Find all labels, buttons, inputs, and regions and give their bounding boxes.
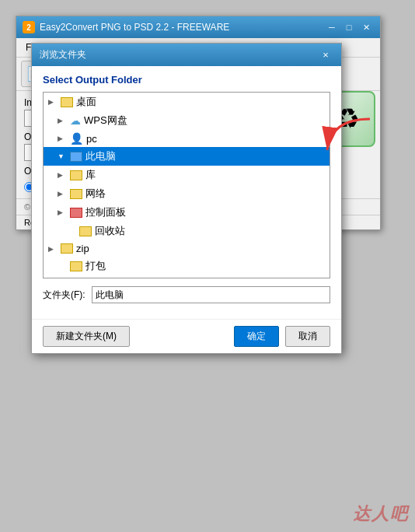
chevron-icon: ▼ <box>58 152 67 160</box>
chevron-icon: ▶ <box>58 171 67 179</box>
chevron-icon: ▶ <box>58 117 67 124</box>
ok-button[interactable]: 确定 <box>234 326 279 347</box>
filename-input[interactable] <box>92 286 330 303</box>
tree-item-this-pc[interactable]: ▼ 此电脑 <box>44 147 330 166</box>
folder-tree[interactable]: ▶ 桌面 ▶ ☁ WPS网盘 ▶ 👤 pc ▼ 此电脑 <box>43 92 330 278</box>
tree-item-screenshot[interactable]: 截图 <box>44 275 330 278</box>
tree-item-label: 此电脑 <box>85 149 116 163</box>
folder-icon-blue <box>70 152 82 162</box>
dialog-heading: Select Output Folder <box>43 74 330 86</box>
close-button[interactable]: ✕ <box>358 21 374 33</box>
dialog-title: 浏览文件夹 <box>40 48 86 61</box>
tree-item-control-panel[interactable]: ▶ 控制面板 <box>44 203 330 222</box>
tree-item-desktop[interactable]: ▶ 桌面 <box>44 93 330 111</box>
app-title: Easy2Convert PNG to PSD 2.2 - FREEWARE <box>40 22 229 33</box>
tree-item-label: 控制面板 <box>85 205 126 219</box>
filename-label: 文件夹(F): <box>43 289 85 302</box>
chevron-icon: ▶ <box>58 208 67 216</box>
cancel-button[interactable]: 取消 <box>285 326 330 347</box>
tree-item-label: zip <box>76 243 89 254</box>
tree-item-zip[interactable]: ▶ zip <box>44 240 330 257</box>
folder-icon <box>70 189 82 199</box>
chevron-icon: ▶ <box>58 190 67 198</box>
watermark: 达人吧 <box>353 502 409 526</box>
tree-item-wps[interactable]: ▶ ☁ WPS网盘 <box>44 111 330 130</box>
folder-icon <box>61 97 73 107</box>
chevron-icon: ▶ <box>48 245 58 253</box>
browse-folder-dialog: 浏览文件夹 × Select Output Folder ▶ 桌面 ▶ ☁ WP… <box>31 43 342 354</box>
tree-item-pc[interactable]: ▶ 👤 pc <box>44 130 330 147</box>
minimize-button[interactable]: ─ <box>324 21 340 33</box>
chevron-icon: ▶ <box>58 135 67 142</box>
tree-item-label: WPS网盘 <box>84 114 127 128</box>
filename-row: 文件夹(F): <box>43 286 330 303</box>
tree-item-label: 库 <box>85 168 96 182</box>
folder-icon-red <box>70 208 82 218</box>
chevron-icon: ▶ <box>48 98 58 106</box>
tree-item-label: 回收站 <box>95 224 125 238</box>
tree-item-recycle[interactable]: 回收站 <box>44 222 330 240</box>
dialog-footer: 新建文件夹(M) 确定 取消 <box>32 319 341 353</box>
folder-icon <box>79 226 92 236</box>
folder-icon <box>70 261 82 271</box>
tree-item-pack[interactable]: 打包 <box>44 257 330 275</box>
app-icon: 2 <box>23 21 35 33</box>
cloud-icon: ☁ <box>70 114 81 127</box>
tree-item-label: 桌面 <box>76 95 96 109</box>
tree-item-label: 截图 <box>85 278 106 278</box>
tree-item-label: 打包 <box>85 259 106 273</box>
dialog-title-bar: 浏览文件夹 × <box>32 44 341 66</box>
person-icon: 👤 <box>70 132 83 145</box>
folder-icon <box>61 243 73 254</box>
new-folder-button[interactable]: 新建文件夹(M) <box>43 326 130 347</box>
tree-item-label: 网络 <box>85 187 106 201</box>
maximize-button[interactable]: □ <box>341 21 357 33</box>
tree-item-label: pc <box>86 133 97 145</box>
dialog-close-button[interactable]: × <box>318 49 333 61</box>
tree-item-library[interactable]: ▶ 库 <box>44 166 330 184</box>
title-bar: 2 Easy2Convert PNG to PSD 2.2 - FREEWARE… <box>16 16 380 38</box>
folder-icon <box>70 170 82 180</box>
dialog-content: Select Output Folder ▶ 桌面 ▶ ☁ WPS网盘 ▶ 👤 … <box>32 66 341 319</box>
tree-item-network[interactable]: ▶ 网络 <box>44 184 330 203</box>
